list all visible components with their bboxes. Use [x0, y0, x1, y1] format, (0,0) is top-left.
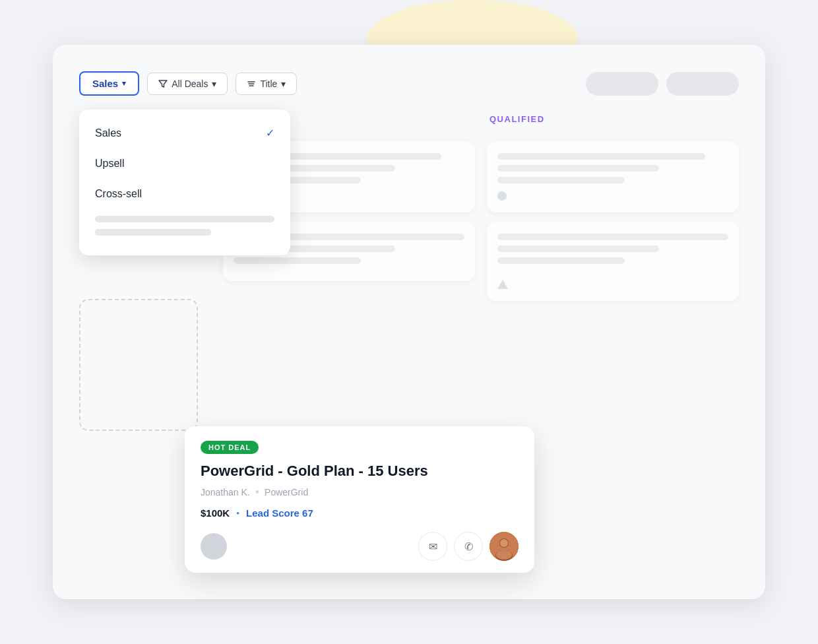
featured-deal-card: HOT DEAL PowerGrid - Gold Plan - 15 User…: [185, 426, 534, 573]
hot-deal-badge: HOT DEAL: [201, 441, 259, 454]
filter-label: All Deals: [172, 79, 208, 89]
placeholder-line: [234, 257, 361, 264]
placeholder-line: [497, 153, 705, 160]
phone-icon: ✆: [464, 540, 473, 553]
sort-chevron-icon: ▾: [281, 79, 286, 89]
deal-company: PowerGrid: [265, 487, 308, 498]
deal-lead-score: Lead Score 67: [246, 507, 313, 519]
dropdown-item-upsell[interactable]: Upsell: [79, 148, 290, 179]
toolbar-placeholder-btn1: [586, 72, 658, 96]
svg-point-4: [496, 550, 512, 560]
dropdown-sales-label: Sales: [95, 127, 121, 139]
dropdown-upsell-label: Upsell: [95, 158, 124, 170]
avatar-button[interactable]: [489, 532, 519, 561]
email-button[interactable]: ✉: [418, 532, 447, 561]
dropdown-item-crosssell[interactable]: Cross-sell: [79, 179, 290, 209]
deal-title: PowerGrid - Gold Plan - 15 Users: [201, 462, 519, 481]
main-card: Sales ▾ All Deals ▾ Title ▾ Sal: [53, 45, 765, 599]
avatar-image: [489, 532, 519, 561]
placeholder-dots: [497, 191, 728, 201]
deal-stats-dot: ●: [236, 510, 239, 516]
filter-chevron-icon: ▾: [212, 79, 216, 89]
sales-label: Sales: [92, 78, 118, 89]
placeholder-line: [497, 177, 625, 183]
deal-meta-dot: •: [255, 486, 259, 498]
placeholder-triangle-icon: [497, 280, 508, 289]
placeholder-line: [497, 257, 625, 264]
col-header-qualified: QUALIFIED: [487, 114, 739, 132]
deal-stats: $100K ● Lead Score 67: [201, 507, 519, 519]
action-buttons: ✉ ✆: [418, 532, 519, 561]
sort-icon: [247, 79, 256, 88]
sort-label: Title: [260, 79, 277, 89]
featured-deal-wrapper: HOT DEAL PowerGrid - Gold Plan - 15 User…: [185, 426, 534, 573]
check-icon: ✓: [266, 127, 274, 139]
dropdown-crosssell-label: Cross-sell: [95, 188, 142, 200]
sales-chevron-icon: ▾: [122, 79, 126, 88]
email-icon: ✉: [429, 540, 437, 553]
deal-amount: $100K: [201, 507, 230, 519]
placeholder-line: [497, 234, 728, 240]
placeholder-card-qualified-2: [487, 222, 739, 301]
placeholder-line: [497, 165, 659, 172]
toolbar-placeholder-btn2: [666, 72, 739, 96]
filter-icon: [158, 79, 168, 88]
dropdown-separator-1: [95, 216, 274, 222]
toolbar: Sales ▾ All Deals ▾ Title ▾ Sal: [79, 71, 739, 96]
phone-button[interactable]: ✆: [454, 532, 483, 561]
deal-actions: ✉ ✆: [201, 532, 519, 561]
placeholder-line: [497, 245, 659, 252]
sales-dropdown-menu: Sales ✓ Upsell Cross-sell: [79, 110, 290, 255]
filter-button[interactable]: All Deals ▾: [147, 73, 228, 95]
placeholder-dot: [497, 191, 507, 201]
svg-point-3: [500, 539, 508, 547]
dashed-empty-card: [79, 299, 198, 431]
dropdown-item-sales[interactable]: Sales ✓: [79, 117, 290, 148]
dropdown-separator-2: [95, 229, 211, 236]
sales-dropdown-button[interactable]: Sales ▾: [79, 71, 139, 96]
placeholder-card-qualified-1: [487, 141, 739, 212]
deal-meta: Jonathan K. • PowerGrid: [201, 486, 519, 498]
sort-button[interactable]: Title ▾: [236, 73, 297, 95]
placeholder-dots: [497, 272, 728, 289]
deal-contact: Jonathan K.: [201, 487, 250, 498]
deal-avatar-placeholder: [201, 533, 227, 560]
